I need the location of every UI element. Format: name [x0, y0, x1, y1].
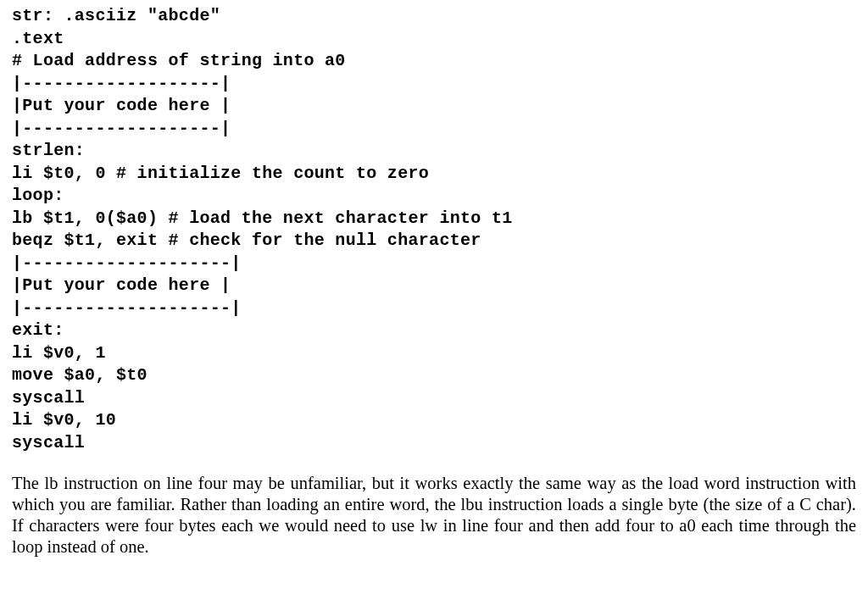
code-line: move $a0, $t0	[12, 365, 147, 385]
code-line: |-------------------|	[12, 74, 231, 93]
code-line: str: .asciiz "abcde"	[12, 6, 220, 25]
code-line: li $v0, 1	[12, 343, 106, 363]
code-line: li $t0, 0 # initialize the count to zero	[12, 164, 429, 183]
code-line: |-------------------|	[12, 119, 231, 138]
document-page: str: .asciiz "abcde" .text # Load addres…	[0, 0, 868, 558]
code-line: |--------------------|	[12, 253, 242, 273]
code-listing: str: .asciiz "abcde" .text # Load addres…	[12, 5, 856, 454]
code-line: |Put your code here |	[12, 275, 231, 295]
code-line: syscall	[12, 433, 85, 452]
code-line: beqz $t1, exit # check for the null char…	[12, 230, 481, 250]
code-line: loop:	[12, 186, 64, 205]
code-line: li $v0, 10	[12, 410, 116, 430]
explanation-paragraph: The lb instruction on line four may be u…	[12, 473, 856, 558]
code-line: |--------------------|	[12, 298, 242, 318]
code-line: # Load address of string into a0	[12, 51, 346, 70]
code-line: exit:	[12, 320, 64, 340]
code-line: |Put your code here |	[12, 96, 231, 115]
code-line: .text	[12, 29, 64, 48]
code-line: lb $t1, 0($a0) # load the next character…	[12, 208, 513, 228]
code-line: strlen:	[12, 141, 85, 160]
code-line: syscall	[12, 388, 85, 408]
